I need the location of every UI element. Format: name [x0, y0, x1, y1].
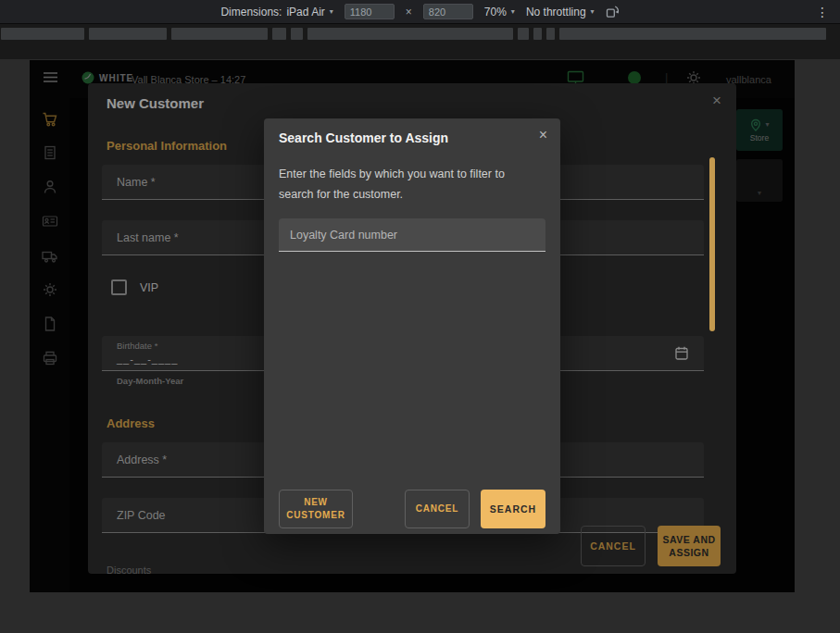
tab-strip-segment	[518, 28, 529, 40]
tab-strip-segment	[291, 28, 303, 40]
screen: Dimensions: iPad Air ▾ × 70% ▾ No thrott…	[0, 0, 840, 633]
viewport-width-input[interactable]	[345, 4, 395, 19]
tab-strip-segment	[171, 28, 268, 40]
chevron-down-icon: ▾	[330, 8, 333, 16]
tab-strip-segment	[272, 28, 286, 40]
rotate-device-button[interactable]	[606, 5, 620, 19]
device-viewport: WHITE Vall Blanca Store – 14:27 | vallbl…	[30, 60, 795, 592]
modal-right-actions: CANCEL SEARCH	[405, 490, 545, 528]
devtools-toolbar: Dimensions: iPad Air ▾ × 70% ▾ No thrott…	[0, 0, 840, 24]
tab-strip-segment	[1, 28, 84, 40]
throttling-selector[interactable]: No throttling ▾	[526, 6, 595, 19]
tab-strip-segment	[307, 28, 513, 40]
top-band	[0, 24, 840, 59]
throttling-value: No throttling	[526, 6, 586, 19]
collapsed-tab-strip	[1, 28, 826, 40]
viewport-height-input[interactable]	[423, 4, 473, 19]
modal-title: Search Customer to Assign	[279, 130, 448, 145]
chevron-down-icon: ▾	[591, 8, 595, 16]
devtools-menu-button[interactable]: ⋮	[816, 0, 829, 24]
tab-strip-segment	[89, 28, 167, 40]
modal-actions: NEW CUSTOMER CANCEL SEARCH	[279, 490, 545, 528]
tab-strip-segment	[559, 28, 826, 40]
modal-description: Enter the fields by which you want to fi…	[279, 165, 536, 205]
loyalty-card-input[interactable]	[279, 218, 545, 252]
search-button[interactable]: SEARCH	[481, 490, 545, 528]
dimensions-times: ×	[406, 6, 412, 19]
new-customer-button[interactable]: NEW CUSTOMER	[279, 490, 353, 528]
search-customer-modal: Search Customer to Assign × Enter the fi…	[264, 118, 560, 534]
tab-strip-segment	[546, 28, 555, 40]
dialog-scrollbar-thumb[interactable]	[709, 157, 715, 331]
close-icon[interactable]: ×	[539, 127, 547, 143]
zoom-selector[interactable]: 70% ▾	[484, 6, 515, 19]
device-selector[interactable]: Dimensions: iPad Air ▾	[220, 6, 332, 19]
chevron-down-icon: ▾	[511, 8, 515, 16]
zoom-value: 70%	[484, 6, 507, 19]
rotate-device-icon	[606, 5, 620, 19]
cancel-button[interactable]: CANCEL	[405, 490, 470, 528]
device-name: iPad Air	[286, 6, 324, 19]
tab-strip-segment	[533, 28, 542, 40]
dimensions-label: Dimensions:	[220, 6, 282, 19]
